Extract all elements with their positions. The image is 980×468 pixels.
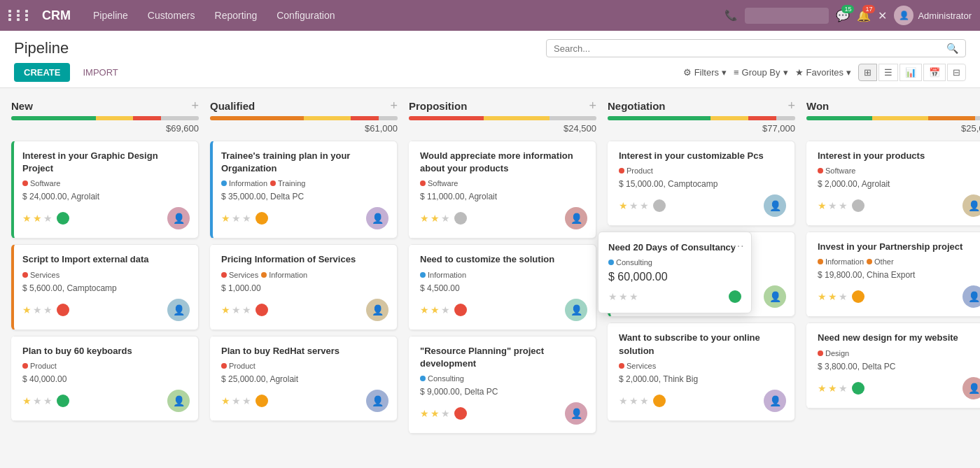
star-0[interactable]: ★ [22,395,31,406]
card-stars[interactable]: ★★★ [619,200,649,211]
user-menu[interactable]: 👤 Administrator [894,6,972,25]
star-2[interactable]: ★ [43,213,52,224]
star-1[interactable]: ★ [828,200,837,211]
star-2[interactable]: ★ [242,395,251,406]
star-2[interactable]: ★ [441,408,450,419]
star-1[interactable]: ★ [430,408,440,419]
menu-pipeline[interactable]: Pipeline [85,6,136,25]
star-1[interactable]: ★ [33,304,42,315]
favorites-button[interactable]: ★ Favorites ▾ [795,67,851,78]
card[interactable]: Pricing Information of Services Services… [210,244,398,329]
star-0[interactable]: ★ [818,383,827,394]
tooltip-stars[interactable]: ★ ★ ★ [608,291,638,302]
filters-button[interactable]: ⚙ Filters ▾ [683,67,727,78]
search-input[interactable] [554,43,946,54]
star-2[interactable]: ★ [441,304,450,315]
star-1[interactable]: ★ [232,304,241,315]
card[interactable]: Interest in your products Software $ 2,0… [806,141,980,226]
card[interactable]: "Resource Planning" project deveIopment … [409,336,596,434]
three-dots-icon[interactable]: ⋯ [733,239,744,253]
chart-view-button[interactable]: 📊 [899,64,922,81]
import-button[interactable]: IMPORT [76,63,125,82]
star-2[interactable]: ★ [839,291,848,302]
star-1[interactable]: ★ [828,291,837,302]
card-stars[interactable]: ★★★ [221,395,251,406]
menu-reporting[interactable]: Reporting [206,6,266,25]
card-stars[interactable]: ★★★ [22,304,52,315]
star-2[interactable]: ★ [441,213,450,224]
card[interactable]: Script to Import external data Services … [11,244,199,329]
star-1[interactable]: ★ [33,213,42,224]
card-stars[interactable]: ★★★ [818,383,848,394]
card[interactable]: Interest in your Graphic Design Project … [11,141,199,239]
card-stars[interactable]: ★★★ [22,213,52,224]
message-icon[interactable]: 🔔 17 [857,9,871,22]
star-0[interactable]: ★ [221,395,230,406]
star-2[interactable]: ★ [242,304,251,315]
kanban-view-button[interactable]: ⊞ [858,64,877,81]
menu-configuration[interactable]: Configuration [268,6,343,25]
create-button[interactable]: CREATE [14,63,70,82]
grid-view-button[interactable]: ⊟ [947,64,966,81]
card-stars[interactable]: ★★★ [420,408,450,419]
star-0[interactable]: ★ [22,213,31,224]
search-bar[interactable]: 🔍 [546,39,966,57]
card-stars[interactable]: ★★★ [818,291,848,302]
calendar-view-button[interactable]: 📅 [923,64,946,81]
star-0[interactable]: ★ [619,200,628,211]
star-1[interactable]: ★ [430,213,440,224]
close-icon[interactable]: ✕ [878,9,887,22]
card-stars[interactable]: ★★★ [420,304,450,315]
star-0[interactable]: ★ [221,213,230,224]
star-2[interactable]: ★ [640,200,649,211]
col-add-button[interactable]: + [589,99,596,112]
apps-grid-icon[interactable] [8,10,32,21]
phone-icon[interactable]: 📞 [724,9,738,22]
card-stars[interactable]: ★★★ [221,213,251,224]
card-stars[interactable]: ★★★ [420,213,450,224]
star-1[interactable]: ★ [629,200,638,211]
menu-customers[interactable]: Customers [139,6,204,25]
star-2[interactable]: ★ [629,291,638,302]
notification-icon[interactable]: 💬 15 [836,9,850,22]
star-1[interactable]: ★ [619,291,628,302]
star-2[interactable]: ★ [43,395,52,406]
star-2[interactable]: ★ [839,200,848,211]
star-2[interactable]: ★ [839,383,848,394]
list-view-button[interactable]: ☰ [878,64,898,81]
card[interactable]: Need to customize the solution Informati… [409,244,596,329]
col-add-button[interactable]: + [191,99,199,112]
star-0[interactable]: ★ [420,408,429,419]
topnav-search-input[interactable] [745,8,829,24]
group-by-button[interactable]: ≡ Group By ▾ [734,67,788,78]
star-0[interactable]: ★ [22,304,31,315]
star-0[interactable]: ★ [221,304,230,315]
card-stars[interactable]: ★★★ [619,395,649,406]
card-stars[interactable]: ★★★ [818,200,848,211]
tooltip-card[interactable]: ⋯ Need 20 Days of Consultancy Consulting… [598,232,752,313]
col-add-button[interactable]: + [390,99,398,112]
card[interactable]: Invest in your Partnership project Infor… [806,232,980,317]
star-0[interactable]: ★ [818,200,827,211]
star-2[interactable]: ★ [43,304,52,315]
card[interactable]: Plan to buy 60 keyboards Product $ 40,00… [11,336,199,421]
star-1[interactable]: ★ [232,213,241,224]
star-0[interactable]: ★ [420,304,429,315]
star-0[interactable]: ★ [608,291,617,302]
card-stars[interactable]: ★★★ [221,304,251,315]
star-1[interactable]: ★ [232,395,241,406]
card[interactable]: Want to subscribe to your online solutio… [608,322,795,420]
card-stars[interactable]: ★★★ [22,395,52,406]
card[interactable]: Interest in your customizable Pcs Produc… [608,141,795,226]
star-0[interactable]: ★ [619,395,628,406]
col-add-button[interactable]: + [788,99,795,112]
star-0[interactable]: ★ [818,291,827,302]
star-1[interactable]: ★ [629,395,638,406]
card[interactable]: Need new design for my website Design $ … [806,322,980,408]
star-1[interactable]: ★ [430,304,440,315]
star-2[interactable]: ★ [640,395,649,406]
card[interactable]: Plan to buy RedHat servers Product $ 25,… [210,336,398,421]
card[interactable]: Trainee's training plan in your Organiza… [210,141,398,239]
star-1[interactable]: ★ [33,395,42,406]
star-2[interactable]: ★ [242,213,251,224]
